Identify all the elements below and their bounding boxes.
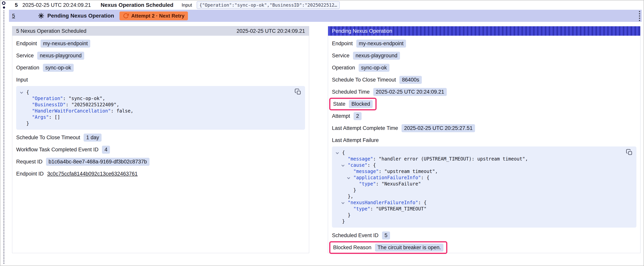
asterisk-icon: [38, 13, 44, 19]
field-label: Scheduled Event ID: [332, 232, 378, 238]
field-label: Blocked Reason: [333, 244, 372, 250]
field-label: Service: [16, 53, 34, 59]
field-value-link[interactable]: 3c0c75ccfa8144b092c13ce632463761: [47, 171, 138, 177]
timeline-dot-icon: [3, 7, 5, 9]
field-value-chip: 2025-02-25 UTC 20:24:09.21: [373, 88, 447, 96]
field-row: Attempt2: [332, 112, 636, 120]
failure-code-block: {"message": "handler error (UPSTREAM_TIM…: [332, 146, 636, 227]
field-value-chip: The circuit breaker is open.: [375, 243, 444, 251]
annotation-highlight: StateBlocked: [329, 98, 376, 110]
field-row: Servicenexus-playground: [16, 51, 305, 60]
field-label: Operation: [332, 65, 355, 71]
field-row: Schedule To Close Timeout86400s: [332, 76, 636, 84]
event-detail-panel: 5 Nexus Operation Scheduled 2025-02-25 U…: [12, 26, 309, 253]
timeline-node-icon: [2, 1, 6, 5]
temporal-event-history-screen: 5 2025-02-25 UTC 20:24:09.21 Nexus Opera…: [0, 0, 644, 266]
right-fields-bottom: Scheduled Event ID5Blocked ReasonThe cir…: [332, 231, 636, 252]
collapse-chevron-icon[interactable]: [342, 162, 348, 168]
code-line: "Args": []: [20, 114, 301, 120]
code-line: }: [336, 212, 632, 218]
event-name: Nexus Operation Scheduled: [100, 2, 173, 8]
event-timestamp: 2025-02-25 UTC 20:24:09.21: [22, 2, 91, 8]
field-label: Operation: [16, 65, 39, 71]
field-value-chip: 1 day: [84, 134, 102, 142]
code-line: "type": "NexusFailure": [336, 181, 632, 187]
field-value-chip: 86400s: [400, 76, 422, 84]
field-label: Endpoint ID: [16, 171, 44, 177]
pending-operation-header-title: Pending Nexus Operation: [332, 28, 392, 34]
code-line: }: [336, 187, 632, 193]
field-value-chip: nexus-playground: [37, 52, 84, 60]
field-row: Scheduled Event ID5: [332, 231, 636, 240]
annotation-highlight: Blocked ReasonThe circuit breaker is ope…: [329, 241, 447, 254]
scrollbar-dots[interactable]: [639, 11, 640, 21]
collapse-chevron-icon[interactable]: [342, 199, 348, 206]
collapse-chevron-icon[interactable]: [336, 150, 342, 156]
field-value-chip: 5: [382, 231, 390, 239]
field-row: Last Attempt Complete Time2025-02-25 UTC…: [332, 124, 636, 132]
field-row: Request IDb1c6a4bc-8ee7-468a-9169-df3b02…: [16, 157, 305, 166]
code-line: "cause": {: [336, 162, 632, 168]
pending-operation-body: Endpointmy-nexus-endpointServicenexus-pl…: [328, 39, 640, 252]
field-label: State: [333, 101, 346, 107]
pending-event-id-link[interactable]: 5: [12, 13, 15, 19]
timeline-dotted-line-icon: [4, 11, 4, 264]
field-value-chip: sync-op-ok: [43, 64, 74, 72]
field-value-chip: 2: [354, 112, 362, 120]
timeline-rail: [0, 1, 9, 265]
field-row: Endpoint ID3c0c75ccfa8144b092c13ce632463…: [16, 169, 305, 178]
event-id: 5: [15, 2, 18, 8]
retry-badge-label: Attempt 2 · Next Retry: [131, 13, 184, 19]
copy-icon[interactable]: [626, 149, 633, 156]
field-label: Workflow Task Completed Event ID: [16, 147, 98, 153]
code-line: {: [20, 89, 301, 95]
code-line: }: [20, 120, 301, 127]
field-label: Service: [332, 53, 350, 59]
collapse-chevron-icon[interactable]: [348, 174, 354, 181]
code-line: {: [336, 150, 632, 156]
right-code-lines: {"message": "handler error (UPSTREAM_TIM…: [336, 150, 632, 224]
input-preview-chip[interactable]: {"Operation":"sync-op-ok","BusinessID":"…: [197, 1, 340, 9]
field-row: Workflow Task Completed Event ID4: [16, 145, 305, 154]
field-label: Last Attempt Complete Time: [332, 125, 398, 131]
left-fields-top: Endpointmy-nexus-endpointServicenexus-pl…: [16, 39, 305, 72]
input-label: Input: [182, 2, 192, 8]
field-value-chip: 2025-02-25 UTC 20:25:27.51: [402, 124, 475, 132]
code-line: "Operation": "sync-op-ok",: [20, 95, 301, 102]
pending-operation-row[interactable]: 5 Pending Nexus Operation Attempt 2 · Ne…: [9, 10, 642, 22]
field-value-chip: sync-op-ok: [359, 64, 390, 72]
event-detail-header: 5 Nexus Operation Scheduled 2025-02-25 U…: [12, 26, 309, 36]
input-section-label: Input: [16, 76, 305, 84]
pending-operation-header: Pending Nexus Operation: [328, 26, 640, 36]
field-label: Attempt: [332, 113, 350, 119]
field-row: StateBlocked: [332, 100, 636, 108]
right-fields-top: Endpointmy-nexus-endpointServicenexus-pl…: [332, 39, 636, 132]
field-value-chip: my-nexus-endpoint: [356, 40, 406, 48]
field-row: Endpointmy-nexus-endpoint: [332, 39, 636, 48]
field-label: Scheduled Time: [332, 89, 370, 95]
field-value-chip: 4: [102, 146, 110, 154]
collapse-chevron-icon[interactable]: [20, 89, 26, 95]
event-summary-row[interactable]: 5 2025-02-25 UTC 20:24:09.21 Nexus Opera…: [9, 1, 642, 10]
left-code-lines: {"Operation": "sync-op-ok","BusinessID":…: [20, 89, 301, 127]
refresh-icon: [123, 13, 129, 19]
field-label: Request ID: [16, 159, 42, 165]
field-row: Operationsync-op-ok: [332, 63, 636, 72]
input-code-block: {"Operation": "sync-op-ok","BusinessID":…: [16, 86, 305, 130]
field-row: Scheduled Time2025-02-25 UTC 20:24:09.21: [332, 88, 636, 96]
field-value-chip: Blocked: [349, 100, 373, 108]
field-row: Schedule To Close Timeout1 day: [16, 133, 305, 142]
code-line: "message": "handler error (UPSTREAM_TIME…: [336, 156, 632, 162]
field-row: Operationsync-op-ok: [16, 63, 305, 72]
code-line: }: [336, 218, 632, 224]
field-value-chip: my-nexus-endpoint: [40, 40, 90, 48]
code-line: "type": "UPSTREAM_TIMEOUT": [336, 206, 632, 212]
left-fields-bottom: Schedule To Close Timeout1 dayWorkflow T…: [16, 133, 305, 178]
pending-operation-title: Pending Nexus Operation: [47, 13, 114, 19]
field-value-chip: b1c6a4bc-8ee7-468a-9169-df3b02c8737b: [46, 158, 149, 166]
code-line: "BusinessID": "20250225122409",: [20, 102, 301, 108]
copy-icon[interactable]: [294, 88, 302, 95]
code-line: "applicationFailureInfo": {: [336, 174, 632, 181]
code-line: "HandlerWaitForCancellation": false,: [20, 108, 301, 114]
event-detail-panels: 5 Nexus Operation Scheduled 2025-02-25 U…: [12, 26, 640, 253]
